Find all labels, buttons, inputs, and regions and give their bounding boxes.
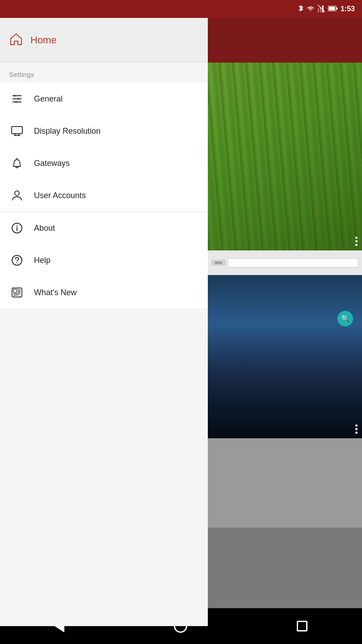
- search-icon: 🔍: [337, 311, 353, 326]
- nav-item-about[interactable]: About: [0, 212, 208, 244]
- card1-leaf: [208, 63, 362, 250]
- nav-item-general[interactable]: General: [0, 83, 208, 115]
- help-label: Help: [34, 256, 51, 265]
- nav-item-help[interactable]: Help: [0, 244, 208, 276]
- browser-tab: MSN: [211, 260, 226, 266]
- about-label: About: [34, 224, 55, 233]
- recents-icon: [297, 621, 307, 631]
- svg-rect-3: [322, 5, 324, 13]
- svg-rect-12: [17, 98, 19, 100]
- nav-item-gateways[interactable]: Gateways: [0, 147, 208, 179]
- bluetooth-icon: [298, 4, 304, 14]
- whats-new-label: What's New: [34, 288, 76, 297]
- svg-rect-11: [14, 95, 16, 97]
- status-icons: 1:53: [298, 4, 355, 14]
- recents-button[interactable]: [297, 621, 307, 631]
- svg-rect-1: [318, 8, 319, 13]
- svg-rect-6: [329, 7, 335, 10]
- drawer: Home Settings General Displa: [0, 18, 208, 626]
- gateways-label: Gateways: [34, 159, 70, 168]
- signal-off-icon: [317, 4, 325, 14]
- drawer-header[interactable]: Home: [0, 18, 208, 63]
- card1-menu-button[interactable]: [355, 237, 358, 246]
- help-icon: [9, 254, 25, 266]
- drawer-home-label: Home: [30, 34, 57, 46]
- svg-rect-7: [337, 8, 338, 9]
- three-dots-icon-2: [355, 424, 358, 434]
- general-label: General: [34, 94, 63, 104]
- svg-rect-25: [13, 289, 17, 292]
- nav-item-user-accounts[interactable]: User Accounts: [0, 179, 208, 212]
- card3-empty: [208, 438, 362, 528]
- card2-menu-button[interactable]: [355, 424, 358, 434]
- svg-point-18: [15, 191, 19, 195]
- card2-browser: MSN 🔍: [208, 250, 362, 438]
- info-icon: [9, 222, 25, 234]
- svg-point-23: [17, 262, 17, 263]
- svg-point-21: [17, 225, 17, 226]
- browser-chrome: MSN: [208, 250, 362, 275]
- display-resolution-label: Display Resolution: [34, 127, 101, 136]
- wifi-icon: [307, 5, 315, 13]
- browser-body: 🔍: [208, 275, 362, 438]
- home-icon: [9, 32, 23, 48]
- svg-rect-13: [15, 101, 17, 103]
- svg-rect-14: [12, 127, 22, 134]
- battery-icon: [328, 5, 338, 13]
- nav-item-display-resolution[interactable]: Display Resolution: [0, 115, 208, 147]
- status-time: 1:53: [341, 5, 355, 13]
- status-bar: 1:53: [0, 0, 362, 18]
- monitor-icon: [9, 126, 25, 136]
- person-icon: [9, 190, 25, 201]
- newspaper-icon: [9, 287, 25, 298]
- gateway-icon: [9, 157, 25, 169]
- content-header: [208, 18, 362, 63]
- settings-section-label: Settings: [0, 63, 208, 83]
- user-accounts-label: User Accounts: [34, 191, 86, 200]
- three-dots-icon: [355, 237, 358, 246]
- main-content: MSN 🔍: [208, 18, 362, 626]
- nav-item-whats-new[interactable]: What's New: [0, 276, 208, 309]
- browser-address-bar: [227, 258, 358, 267]
- sliders-icon: [9, 93, 25, 105]
